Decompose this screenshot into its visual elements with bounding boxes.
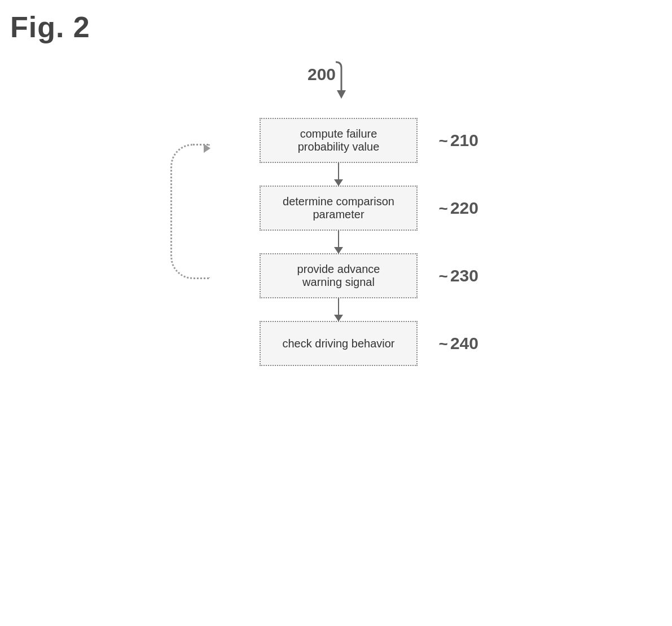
arrow-230-240 [338, 298, 339, 321]
svg-marker-0 [337, 90, 346, 99]
start-arrow-icon [302, 59, 347, 104]
arrow-220-230 [338, 231, 339, 253]
ref-220: 220 [439, 199, 478, 218]
ref-210: 210 [439, 131, 478, 150]
box-230: provide advance warning signal 230 [260, 253, 418, 298]
box-240-label: check driving behavior [283, 337, 395, 350]
ref-240: 240 [439, 334, 478, 353]
row-220: determine comparison parameter 220 [164, 186, 513, 231]
box-210: compute failure probability value 210 [260, 118, 418, 163]
box-230-label: provide advance warning signal [297, 263, 380, 289]
row-210: compute failure probability value 210 [164, 118, 513, 163]
box-220: determine comparison parameter 220 [260, 186, 418, 231]
ref-230: 230 [439, 266, 478, 285]
row-240: check driving behavior 240 [164, 321, 513, 366]
row-230: provide advance warning signal 230 [164, 253, 513, 298]
arrow-210-220 [338, 163, 339, 186]
page-container: Fig. 2 200 [0, 0, 672, 626]
box-210-label: compute failure probability value [298, 127, 380, 153]
diagram-inner: 200 compute failure probability value 21… [164, 65, 513, 366]
box-220-label: determine comparison parameter [283, 195, 394, 221]
diagram-wrapper: 200 compute failure probability value 21… [164, 65, 513, 366]
box-240: check driving behavior 240 [260, 321, 418, 366]
figure-title: Fig. 2 [10, 10, 90, 44]
